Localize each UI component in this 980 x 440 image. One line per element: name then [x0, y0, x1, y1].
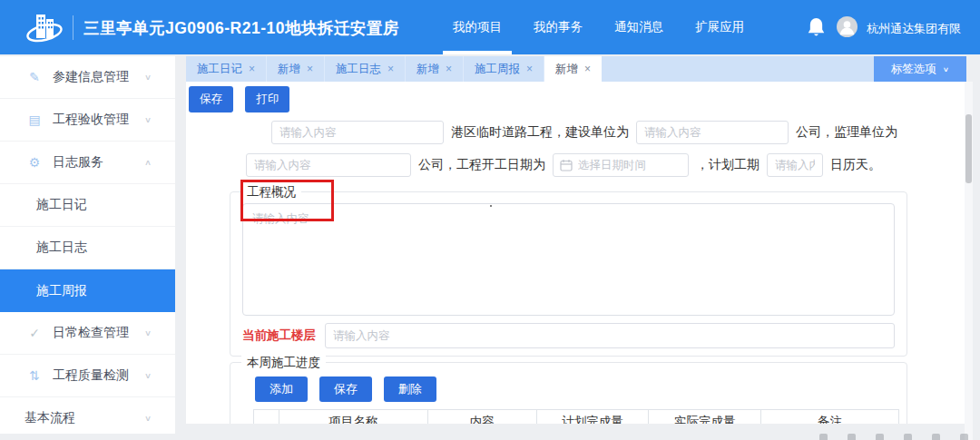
- edit-square-icon: ✎: [27, 70, 42, 84]
- row2-text-3: 日历天。: [830, 157, 881, 173]
- chevron-down-icon: ∨: [144, 414, 152, 423]
- save-button[interactable]: 保存: [189, 86, 233, 112]
- top-nav: 我的项目 我的事务 通知消息 扩展应用: [448, 0, 771, 54]
- bell-icon[interactable]: [808, 17, 825, 37]
- close-icon[interactable]: ×: [584, 63, 591, 75]
- calendar-icon: [560, 159, 573, 171]
- col-remarks: 备注: [761, 410, 899, 425]
- project-overview-textarea[interactable]: [242, 203, 895, 316]
- check-icon: ✓: [27, 326, 42, 340]
- sidebar-item-quality-testing[interactable]: ⇅ 工程质量检测 ∨: [0, 355, 175, 397]
- construction-unit-input[interactable]: [636, 121, 789, 144]
- cropped-icon: [876, 434, 884, 440]
- progress-toolbar: 添加 保存 删除: [255, 376, 895, 402]
- col-planned-amount: 计划完成量: [536, 410, 649, 425]
- tag-options-button[interactable]: 标签选项 ∨: [874, 56, 966, 82]
- tab-weekly-report[interactable]: 施工周报×: [464, 56, 544, 82]
- tab-construction-diary[interactable]: 施工日记×: [186, 56, 267, 82]
- tab-strip: 施工日记× 新增× 施工日志× 新增× 施工周报× 新增× 标签选项 ∨: [186, 56, 966, 82]
- chevron-down-icon: ∨: [943, 65, 949, 73]
- close-icon[interactable]: ×: [387, 63, 394, 75]
- current-floor-label: 当前施工楼层: [242, 328, 316, 344]
- form-toolbar: 保存 打印: [186, 82, 966, 112]
- stray-dot: [490, 205, 492, 207]
- cropped-icon: [932, 434, 940, 440]
- tab-new-1[interactable]: 新增×: [267, 56, 325, 82]
- add-row-button[interactable]: 添加: [255, 376, 308, 402]
- main-content: 施工日记× 新增× 施工日志× 新增× 施工周报× 新增× 标签选项 ∨ 保存 …: [186, 56, 966, 424]
- row2-text-1: 公司，工程开工日期为: [418, 157, 545, 173]
- tab-new-active[interactable]: 新增×: [544, 56, 602, 82]
- chevron-down-icon: ∨: [144, 73, 152, 82]
- nav-my-tasks[interactable]: 我的事务: [529, 0, 587, 54]
- sidebar-item-participant-info[interactable]: ✎ 参建信息管理 ∨: [0, 56, 175, 99]
- weekly-progress-legend: 本周施工进度: [241, 355, 326, 370]
- form-row-1: 港区临时道路工程，建设单位为 公司，监理单位为: [271, 121, 907, 144]
- tab-construction-log[interactable]: 施工日志×: [325, 56, 406, 82]
- checkbox-column-header: [254, 410, 279, 425]
- active-nav-underline: [443, 51, 512, 54]
- project-overview-section: 工程概况 当前施工楼层: [230, 191, 907, 357]
- cropped-icon: [904, 434, 912, 440]
- sidebar: ✎ 参建信息管理 ∨ ▤ 工程验收管理 ∨ ⚙ 日志服务 ∧ 施工日记 施工日志…: [0, 56, 175, 434]
- sidebar-item-acceptance-mgmt[interactable]: ▤ 工程验收管理 ∨: [0, 99, 175, 142]
- supervision-unit-input[interactable]: [246, 153, 411, 177]
- row2-text-2: ，计划工期: [696, 157, 760, 173]
- nav-my-projects[interactable]: 我的项目: [448, 0, 506, 54]
- gear-icon: ⚙: [27, 155, 42, 170]
- weekly-progress-section: 本周施工进度 添加 保存 删除 项目名称 内容 计划完成量 实际完成量 备注: [230, 362, 907, 424]
- app-logo-building-icon: [24, 7, 65, 49]
- sort-arrows-icon: ⇅: [27, 368, 42, 383]
- planned-duration-input[interactable]: [767, 153, 823, 177]
- sidebar-item-log-service[interactable]: ⚙ 日志服务 ∧: [0, 142, 175, 184]
- chevron-down-icon: ∨: [144, 115, 152, 124]
- close-icon[interactable]: ×: [307, 63, 313, 75]
- print-button[interactable]: 打印: [245, 86, 289, 112]
- start-date-input[interactable]: [553, 153, 689, 177]
- current-floor-row: 当前施工楼层: [242, 323, 895, 348]
- delete-rows-button[interactable]: 删除: [384, 376, 436, 402]
- chevron-down-icon: ∨: [144, 371, 152, 380]
- close-icon[interactable]: ×: [249, 63, 255, 75]
- sidebar-item-weekly-report[interactable]: 施工周报: [0, 269, 175, 312]
- row1-text-1: 港区临时道路工程，建设单位为: [451, 124, 629, 141]
- top-header: 三里亭单元JG0906-R21-10地块拆迁安置房 我的项目 我的事务 通知消息…: [0, 0, 980, 54]
- start-date-picker[interactable]: [553, 153, 689, 177]
- nav-extensions[interactable]: 扩展应用: [691, 0, 749, 54]
- col-actual-amount: 实际完成量: [649, 410, 761, 425]
- current-floor-input[interactable]: [325, 323, 895, 348]
- col-content: 内容: [427, 410, 536, 425]
- chevron-down-icon: ∨: [144, 328, 152, 337]
- project-title: 三里亭单元JG0906-R21-10地块拆迁安置房: [83, 17, 399, 39]
- archive-icon: ▤: [27, 112, 42, 127]
- cropped-icon: [960, 434, 968, 440]
- sidebar-item-daily-inspection[interactable]: ✓ 日常检查管理 ∨: [0, 312, 175, 355]
- scrollbar-thumb[interactable]: [965, 114, 972, 183]
- col-project-name: 项目名称: [279, 410, 427, 425]
- cropped-icon: [848, 434, 856, 440]
- nav-notifications[interactable]: 通知消息: [610, 0, 668, 54]
- progress-table: 项目名称 内容 计划完成量 实际完成量 备注: [253, 409, 899, 424]
- chevron-up-icon: ∧: [144, 158, 152, 167]
- sidebar-item-construction-diary[interactable]: 施工日记: [0, 184, 175, 227]
- project-name-input[interactable]: [271, 121, 444, 144]
- vertical-scrollbar[interactable]: [965, 82, 973, 440]
- close-icon[interactable]: ×: [526, 63, 533, 75]
- form-row-2: 公司，工程开工日期为 ，计划工期 日历天。: [246, 153, 907, 177]
- table-header-row: 项目名称 内容 计划完成量 实际完成量 备注: [254, 410, 899, 425]
- weekly-report-form: 港区临时道路工程，建设单位为 公司，监理单位为 公司，工程开工日期为 ，计划工期…: [230, 121, 907, 424]
- header-divider: [73, 15, 74, 40]
- user-avatar[interactable]: [837, 16, 858, 37]
- tab-new-2[interactable]: 新增×: [406, 56, 464, 82]
- close-icon[interactable]: ×: [446, 63, 452, 75]
- company-name[interactable]: 杭州通达集团有限: [867, 21, 961, 37]
- row1-text-2: 公司，监理单位为: [796, 124, 897, 141]
- sidebar-item-construction-log[interactable]: 施工日志: [0, 227, 175, 269]
- save-rows-button[interactable]: 保存: [319, 376, 372, 402]
- sidebar-item-basic-process[interactable]: 基本流程 ∨: [0, 397, 175, 434]
- cropped-icon: [819, 434, 828, 440]
- cropped-toolbar-icons: [819, 434, 968, 440]
- project-overview-legend: 工程概况: [241, 184, 301, 200]
